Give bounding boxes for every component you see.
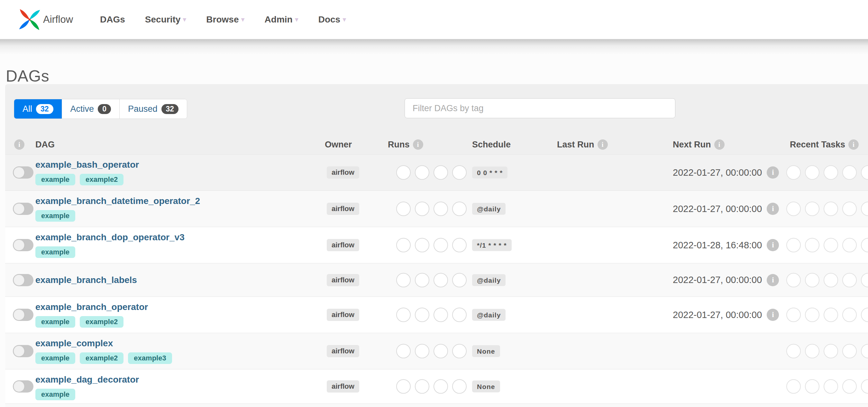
recent-task-circle[interactable] bbox=[842, 238, 857, 252]
info-icon[interactable]: i bbox=[597, 139, 608, 150]
recent-task-circle[interactable] bbox=[786, 308, 801, 322]
run-status-circle[interactable] bbox=[396, 202, 411, 216]
owner-badge[interactable]: airflow bbox=[327, 239, 359, 251]
nav-item-security[interactable]: Security▾ bbox=[145, 14, 187, 25]
run-status-circle[interactable] bbox=[396, 273, 411, 287]
recent-task-circle[interactable] bbox=[786, 379, 801, 394]
info-icon[interactable]: i bbox=[767, 166, 779, 179]
run-status-circle[interactable] bbox=[452, 308, 467, 322]
run-status-circle[interactable] bbox=[415, 273, 429, 287]
recent-task-circle[interactable] bbox=[824, 202, 838, 216]
nav-item-browse[interactable]: Browse▾ bbox=[206, 14, 244, 25]
dag-tag[interactable]: example bbox=[35, 352, 75, 364]
run-status-circle[interactable] bbox=[434, 379, 448, 394]
tag-filter-input[interactable] bbox=[405, 98, 675, 118]
pause-toggle[interactable] bbox=[13, 345, 33, 357]
dag-tag[interactable]: example bbox=[35, 389, 75, 400]
pause-toggle[interactable] bbox=[13, 203, 33, 215]
run-status-circle[interactable] bbox=[396, 238, 411, 252]
dag-tag[interactable]: example bbox=[35, 316, 75, 328]
info-icon[interactable]: i bbox=[767, 309, 779, 321]
recent-task-circle[interactable] bbox=[861, 165, 868, 180]
run-status-circle[interactable] bbox=[396, 165, 411, 180]
dag-link[interactable]: example_complex bbox=[35, 338, 113, 348]
recent-task-circle[interactable] bbox=[824, 379, 838, 394]
recent-task-circle[interactable] bbox=[786, 344, 801, 359]
run-status-circle[interactable] bbox=[452, 344, 467, 359]
pause-toggle[interactable] bbox=[13, 166, 33, 179]
info-icon[interactable]: i bbox=[767, 203, 779, 215]
recent-task-circle[interactable] bbox=[824, 273, 838, 287]
dag-link[interactable]: example_branch_labels bbox=[35, 275, 137, 285]
recent-task-circle[interactable] bbox=[861, 379, 868, 394]
recent-task-circle[interactable] bbox=[824, 165, 838, 180]
info-icon[interactable]: i bbox=[14, 139, 25, 150]
info-icon[interactable]: i bbox=[767, 239, 779, 251]
run-status-circle[interactable] bbox=[452, 165, 467, 180]
run-status-circle[interactable] bbox=[415, 165, 429, 180]
dag-tag[interactable]: example2 bbox=[80, 316, 124, 328]
run-status-circle[interactable] bbox=[434, 165, 448, 180]
tab-paused[interactable]: Paused32 bbox=[119, 99, 187, 118]
pause-toggle[interactable] bbox=[13, 239, 33, 251]
dag-link[interactable]: example_dag_decorator bbox=[35, 375, 139, 385]
recent-task-circle[interactable] bbox=[842, 165, 857, 180]
run-status-circle[interactable] bbox=[415, 379, 429, 394]
owner-badge[interactable]: airflow bbox=[327, 345, 359, 357]
nav-item-dags[interactable]: DAGs bbox=[100, 14, 125, 25]
run-status-circle[interactable] bbox=[434, 273, 448, 287]
dag-tag[interactable]: example2 bbox=[80, 174, 124, 185]
run-status-circle[interactable] bbox=[452, 273, 467, 287]
dag-link[interactable]: example_branch_operator bbox=[35, 302, 148, 312]
dag-tag[interactable]: example bbox=[35, 210, 75, 222]
run-status-circle[interactable] bbox=[434, 202, 448, 216]
recent-task-circle[interactable] bbox=[842, 379, 857, 394]
recent-task-circle[interactable] bbox=[805, 273, 819, 287]
recent-task-circle[interactable] bbox=[805, 379, 819, 394]
dag-link[interactable]: example_branch_dop_operator_v3 bbox=[35, 232, 185, 242]
pause-toggle[interactable] bbox=[13, 380, 33, 393]
owner-badge[interactable]: airflow bbox=[327, 166, 359, 179]
recent-task-circle[interactable] bbox=[842, 273, 857, 287]
recent-task-circle[interactable] bbox=[861, 273, 868, 287]
recent-task-circle[interactable] bbox=[824, 238, 838, 252]
recent-task-circle[interactable] bbox=[786, 165, 801, 180]
run-status-circle[interactable] bbox=[396, 344, 411, 359]
recent-task-circle[interactable] bbox=[805, 238, 819, 252]
recent-task-circle[interactable] bbox=[842, 202, 857, 216]
owner-badge[interactable]: airflow bbox=[327, 274, 359, 286]
dag-tag[interactable]: example3 bbox=[128, 352, 172, 364]
run-status-circle[interactable] bbox=[415, 308, 429, 322]
info-icon[interactable]: i bbox=[767, 274, 779, 286]
recent-task-circle[interactable] bbox=[842, 344, 857, 359]
run-status-circle[interactable] bbox=[396, 308, 411, 322]
run-status-circle[interactable] bbox=[434, 308, 448, 322]
run-status-circle[interactable] bbox=[434, 344, 448, 359]
recent-task-circle[interactable] bbox=[824, 308, 838, 322]
nav-item-docs[interactable]: Docs▾ bbox=[318, 14, 346, 25]
info-icon[interactable]: i bbox=[714, 139, 724, 150]
run-status-circle[interactable] bbox=[396, 379, 411, 394]
run-status-circle[interactable] bbox=[415, 344, 429, 359]
recent-task-circle[interactable] bbox=[805, 308, 819, 322]
dag-tag[interactable]: example bbox=[35, 174, 75, 185]
recent-task-circle[interactable] bbox=[805, 165, 819, 180]
recent-task-circle[interactable] bbox=[861, 308, 868, 322]
recent-task-circle[interactable] bbox=[786, 273, 801, 287]
info-icon[interactable]: i bbox=[413, 139, 423, 150]
run-status-circle[interactable] bbox=[452, 238, 467, 252]
owner-badge[interactable]: airflow bbox=[327, 380, 359, 393]
run-status-circle[interactable] bbox=[452, 379, 467, 394]
airflow-brand[interactable]: Airflow bbox=[18, 8, 73, 31]
run-status-circle[interactable] bbox=[415, 202, 429, 216]
recent-task-circle[interactable] bbox=[861, 238, 868, 252]
dag-link[interactable]: example_branch_datetime_operator_2 bbox=[35, 196, 200, 206]
recent-task-circle[interactable] bbox=[861, 202, 868, 216]
dag-tag[interactable]: example2 bbox=[80, 352, 124, 364]
recent-task-circle[interactable] bbox=[786, 202, 801, 216]
recent-task-circle[interactable] bbox=[805, 344, 819, 359]
nav-item-admin[interactable]: Admin▾ bbox=[265, 14, 299, 25]
owner-badge[interactable]: airflow bbox=[327, 309, 359, 321]
run-status-circle[interactable] bbox=[415, 238, 429, 252]
owner-badge[interactable]: airflow bbox=[327, 203, 359, 215]
